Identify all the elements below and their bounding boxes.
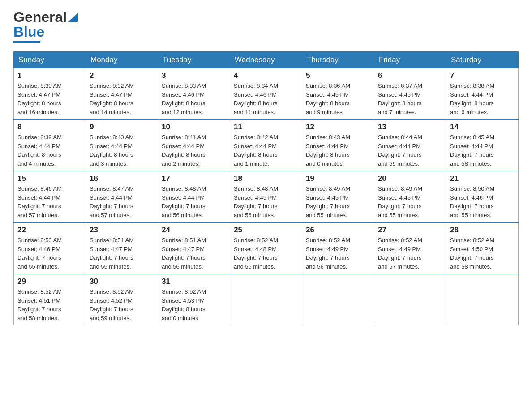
day-number: 29 [17,277,82,286]
calendar-cell [230,274,302,325]
day-info: Sunrise: 8:48 AMSunset: 4:45 PMDaylight:… [234,184,298,219]
calendar-cell: 21Sunrise: 8:50 AMSunset: 4:46 PMDayligh… [446,171,519,223]
day-number: 3 [162,71,226,80]
day-info: Sunrise: 8:38 AMSunset: 4:44 PMDaylight:… [450,81,515,116]
calendar-cell: 24Sunrise: 8:51 AMSunset: 4:47 PMDayligh… [158,223,230,274]
calendar-week-1: 1Sunrise: 8:30 AMSunset: 4:47 PMDaylight… [14,68,519,120]
calendar-cell: 9Sunrise: 8:40 AMSunset: 4:44 PMDaylight… [86,120,158,171]
day-info: Sunrise: 8:30 AMSunset: 4:47 PMDaylight:… [17,81,82,116]
calendar-cell: 18Sunrise: 8:48 AMSunset: 4:45 PMDayligh… [230,171,302,223]
calendar-cell: 14Sunrise: 8:45 AMSunset: 4:44 PMDayligh… [446,120,519,171]
day-info: Sunrise: 8:50 AMSunset: 4:46 PMDaylight:… [17,236,82,271]
calendar-cell: 31Sunrise: 8:52 AMSunset: 4:53 PMDayligh… [158,274,230,325]
day-number: 11 [234,123,298,132]
calendar-cell [302,274,374,325]
calendar-cell: 11Sunrise: 8:42 AMSunset: 4:44 PMDayligh… [230,120,302,171]
day-number: 28 [450,226,515,235]
day-number: 4 [234,71,298,80]
logo-triangle-icon [68,13,78,22]
calendar-cell [374,274,446,325]
calendar-cell: 25Sunrise: 8:52 AMSunset: 4:48 PMDayligh… [230,223,302,274]
day-number: 16 [90,174,154,183]
calendar-cell: 10Sunrise: 8:41 AMSunset: 4:44 PMDayligh… [158,120,230,171]
calendar-cell: 2Sunrise: 8:32 AMSunset: 4:47 PMDaylight… [86,68,158,120]
day-info: Sunrise: 8:52 AMSunset: 4:50 PMDaylight:… [450,236,515,271]
calendar-week-2: 8Sunrise: 8:39 AMSunset: 4:44 PMDaylight… [14,120,519,171]
weekday-header-tuesday: Tuesday [158,52,230,68]
day-number: 24 [162,226,226,235]
calendar-cell: 30Sunrise: 8:52 AMSunset: 4:52 PMDayligh… [86,274,158,325]
svg-marker-0 [68,13,78,22]
calendar-cell: 13Sunrise: 8:44 AMSunset: 4:44 PMDayligh… [374,120,446,171]
calendar-week-4: 22Sunrise: 8:50 AMSunset: 4:46 PMDayligh… [14,223,519,274]
day-info: Sunrise: 8:44 AMSunset: 4:44 PMDaylight:… [378,133,442,168]
calendar-cell: 1Sunrise: 8:30 AMSunset: 4:47 PMDaylight… [14,68,86,120]
day-number: 10 [162,123,226,132]
calendar-cell: 5Sunrise: 8:36 AMSunset: 4:45 PMDaylight… [302,68,374,120]
day-info: Sunrise: 8:40 AMSunset: 4:44 PMDaylight:… [90,133,154,168]
calendar-cell: 6Sunrise: 8:37 AMSunset: 4:45 PMDaylight… [374,68,446,120]
day-info: Sunrise: 8:32 AMSunset: 4:47 PMDaylight:… [90,81,154,116]
day-number: 1 [17,71,82,80]
calendar-cell: 20Sunrise: 8:49 AMSunset: 4:45 PMDayligh… [374,171,446,223]
day-number: 20 [378,174,442,183]
day-info: Sunrise: 8:47 AMSunset: 4:44 PMDaylight:… [90,184,154,219]
day-number: 30 [90,277,154,286]
day-info: Sunrise: 8:52 AMSunset: 4:48 PMDaylight:… [234,236,298,271]
day-number: 26 [306,226,370,235]
day-number: 6 [378,71,442,80]
weekday-header-saturday: Saturday [446,52,519,68]
logo-blue-text: Blue [13,24,44,40]
calendar-cell [446,274,519,325]
day-info: Sunrise: 8:46 AMSunset: 4:44 PMDaylight:… [17,184,82,219]
day-number: 2 [90,71,154,80]
day-info: Sunrise: 8:52 AMSunset: 4:49 PMDaylight:… [306,236,370,271]
day-number: 18 [234,174,298,183]
day-number: 27 [378,226,442,235]
day-info: Sunrise: 8:36 AMSunset: 4:45 PMDaylight:… [306,81,370,116]
calendar-cell: 22Sunrise: 8:50 AMSunset: 4:46 PMDayligh… [14,223,86,274]
calendar-cell: 3Sunrise: 8:33 AMSunset: 4:46 PMDaylight… [158,68,230,120]
calendar-cell: 28Sunrise: 8:52 AMSunset: 4:50 PMDayligh… [446,223,519,274]
day-info: Sunrise: 8:33 AMSunset: 4:46 PMDaylight:… [162,81,226,116]
calendar-cell: 29Sunrise: 8:52 AMSunset: 4:51 PMDayligh… [14,274,86,325]
day-info: Sunrise: 8:39 AMSunset: 4:44 PMDaylight:… [17,133,82,168]
page-header: General Blue [13,9,519,43]
logo: General Blue [13,9,78,43]
calendar-cell: 8Sunrise: 8:39 AMSunset: 4:44 PMDaylight… [14,120,86,171]
day-info: Sunrise: 8:34 AMSunset: 4:46 PMDaylight:… [234,81,298,116]
day-number: 21 [450,174,515,183]
day-info: Sunrise: 8:37 AMSunset: 4:45 PMDaylight:… [378,81,442,116]
day-info: Sunrise: 8:51 AMSunset: 4:47 PMDaylight:… [162,236,226,271]
calendar-cell: 4Sunrise: 8:34 AMSunset: 4:46 PMDaylight… [230,68,302,120]
day-info: Sunrise: 8:50 AMSunset: 4:46 PMDaylight:… [450,184,515,219]
day-number: 25 [234,226,298,235]
day-number: 14 [450,123,515,132]
calendar-week-5: 29Sunrise: 8:52 AMSunset: 4:51 PMDayligh… [14,274,519,325]
day-info: Sunrise: 8:51 AMSunset: 4:47 PMDaylight:… [90,236,154,271]
calendar-cell: 17Sunrise: 8:48 AMSunset: 4:44 PMDayligh… [158,171,230,223]
day-info: Sunrise: 8:41 AMSunset: 4:44 PMDaylight:… [162,133,226,168]
logo-underline [13,41,40,43]
day-number: 23 [90,226,154,235]
calendar-cell: 19Sunrise: 8:49 AMSunset: 4:45 PMDayligh… [302,171,374,223]
calendar-header-row: SundayMondayTuesdayWednesdayThursdayFrid… [14,52,519,68]
day-number: 7 [450,71,515,80]
day-number: 22 [17,226,82,235]
day-number: 15 [17,174,82,183]
day-info: Sunrise: 8:52 AMSunset: 4:52 PMDaylight:… [90,287,154,322]
calendar-cell: 15Sunrise: 8:46 AMSunset: 4:44 PMDayligh… [14,171,86,223]
logo-general-text: General [13,9,67,26]
calendar-cell: 16Sunrise: 8:47 AMSunset: 4:44 PMDayligh… [86,171,158,223]
day-number: 31 [162,277,226,286]
day-number: 12 [306,123,370,132]
day-info: Sunrise: 8:48 AMSunset: 4:44 PMDaylight:… [162,184,226,219]
calendar-cell: 27Sunrise: 8:52 AMSunset: 4:49 PMDayligh… [374,223,446,274]
day-number: 8 [17,123,82,132]
day-number: 9 [90,123,154,132]
day-info: Sunrise: 8:52 AMSunset: 4:51 PMDaylight:… [17,287,82,322]
day-number: 17 [162,174,226,183]
weekday-header-thursday: Thursday [302,52,374,68]
day-info: Sunrise: 8:49 AMSunset: 4:45 PMDaylight:… [306,184,370,219]
calendar-week-3: 15Sunrise: 8:46 AMSunset: 4:44 PMDayligh… [14,171,519,223]
